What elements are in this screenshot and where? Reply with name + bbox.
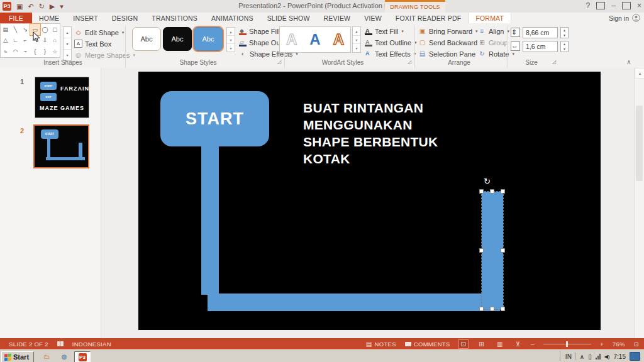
wordart-scroll-down-icon[interactable]: ▾	[353, 35, 360, 44]
shape-star-icon[interactable]: ☆	[50, 46, 60, 57]
collapse-ribbon-icon[interactable]: ∧	[623, 58, 635, 65]
shape-line-icon[interactable]: ╲	[11, 24, 21, 35]
notes-button[interactable]: ▤ NOTES	[366, 341, 396, 348]
text-outline-button[interactable]: A Text Outline ▾	[365, 37, 417, 48]
shape-rounded-rect-icon[interactable]: ▢	[50, 24, 60, 35]
fit-slide-icon[interactable]: ⊡	[634, 341, 639, 348]
shape-triangle-icon[interactable]: △	[1, 35, 11, 47]
shape-width-spinner[interactable]: ▲▼	[560, 41, 569, 52]
shape-width-input[interactable]: 1,6 cm	[523, 41, 558, 52]
shape-height-input[interactable]: 8,66 cm	[523, 27, 558, 38]
comments-button[interactable]: COMMENTS	[405, 341, 450, 348]
shape-arrow-right-icon[interactable]: ⇨	[30, 35, 40, 47]
zoom-in-icon[interactable]: +	[600, 341, 604, 348]
tab-foxit-reader-pdf[interactable]: FOXIT READER PDF	[389, 13, 469, 23]
gallery-scroll-down-icon[interactable]: ▾	[64, 38, 71, 49]
zoom-slider[interactable]	[543, 344, 591, 344]
shape-height-spinner[interactable]: ▲▼	[560, 27, 569, 38]
align-button[interactable]: ≡ Align ▾	[478, 26, 509, 36]
maze-vertical-bar-left[interactable]	[201, 144, 219, 295]
shape-fill-button[interactable]: ◆ Shape Fill ▾	[239, 26, 285, 36]
tab-file[interactable]: FILE	[0, 13, 32, 23]
shape-brace-right-icon[interactable]: }	[40, 46, 50, 57]
group-button[interactable]: ⊞ Group ▾	[478, 37, 513, 48]
scroll-up-icon[interactable]: ▴	[635, 68, 644, 79]
sign-in[interactable]: Sign in	[609, 13, 644, 23]
resize-handle-middle-left[interactable]	[479, 248, 484, 253]
slide-editing-area[interactable]: START BUAT RINTANGAN MENGGUNAKAN SHAPE B…	[138, 72, 601, 330]
start-from-beginning-icon[interactable]: ▶	[50, 2, 55, 11]
shape-rectangle-icon[interactable]: ▭	[30, 24, 40, 35]
slide-instruction-text[interactable]: BUAT RINTANGAN MENGGUNAKAN SHAPE BERBENT…	[303, 99, 438, 167]
bring-forward-button[interactable]: ▣ Bring Forward ▾	[418, 26, 478, 36]
speaker-icon[interactable]: ◀)	[604, 354, 610, 359]
zoom-out-icon[interactable]: –	[531, 341, 535, 348]
shape-arc-icon[interactable]: ◠	[11, 46, 21, 57]
taskbar-browser-icon[interactable]: ◍	[57, 351, 72, 361]
shape-elbow-icon[interactable]: ∟	[11, 35, 21, 47]
resize-handle-bottom-left[interactable]	[479, 307, 484, 311]
size-dialog-launcher-icon[interactable]: ◿	[552, 59, 556, 65]
redo-icon[interactable]: ↻	[39, 2, 45, 11]
save-icon[interactable]: ▣	[16, 2, 23, 11]
shape-styles-scroll-up-icon[interactable]: ▴	[227, 28, 235, 35]
slideshow-view-button[interactable]: ⊻	[514, 340, 523, 348]
gallery-scroll-up-icon[interactable]: ▴	[64, 27, 71, 38]
tab-insert[interactable]: INSERT	[66, 13, 105, 23]
tray-window-icon[interactable]	[630, 352, 640, 361]
start-button[interactable]: Start	[1, 351, 34, 362]
text-effects-button[interactable]: A Text Effects ▾	[365, 48, 416, 59]
spellcheck-icon[interactable]	[57, 341, 64, 346]
close-icon[interactable]: ×	[637, 1, 641, 10]
scrollbar-thumb[interactable]	[636, 106, 643, 181]
resize-handle-top-right[interactable]	[501, 189, 505, 194]
reading-view-button[interactable]: ▥	[495, 340, 505, 348]
send-backward-button[interactable]: ▢ Send Backward ▾	[418, 37, 483, 48]
resize-handle-bottom-right[interactable]	[501, 307, 505, 311]
start-shape[interactable]: START	[160, 91, 269, 146]
shape-scribble-icon[interactable]: ≈	[1, 46, 11, 57]
shape-arrow-icon[interactable]: ↘	[20, 24, 30, 35]
tab-slide-show[interactable]: SLIDE SHOW	[260, 13, 317, 23]
zoom-level[interactable]: 76%	[613, 341, 625, 348]
restore-icon[interactable]	[622, 2, 631, 9]
vertical-scrollbar[interactable]: ▴	[634, 68, 644, 338]
shape-textbox-icon[interactable]: ▤	[1, 24, 11, 35]
wordart-style-2[interactable]: A	[309, 32, 320, 47]
maze-right-bar-selected[interactable]	[482, 192, 503, 309]
rotate-handle[interactable]: ↻	[484, 177, 491, 185]
shape-arrow-down-icon[interactable]: ⇩	[40, 35, 50, 47]
minimize-icon[interactable]: –	[611, 1, 616, 10]
wordart-dialog-launcher-icon[interactable]: ◿	[408, 59, 411, 65]
shape-brace-left-icon[interactable]: {	[30, 46, 40, 57]
undo-icon[interactable]: ↶	[28, 2, 33, 11]
tab-format[interactable]: FORMAT	[468, 13, 511, 23]
taskbar-folder-icon[interactable]: 🗀	[39, 351, 54, 361]
rotate-button[interactable]: ↻ Rotate ▾	[478, 48, 514, 59]
text-box-button[interactable]: A Text Box	[74, 38, 111, 49]
tab-design[interactable]: DESIGN	[105, 13, 145, 23]
shape-style-2[interactable]: Abc	[163, 27, 192, 51]
shape-styles-scroll-down-icon[interactable]: ▾	[227, 35, 235, 43]
maze-horizontal-bar[interactable]	[208, 293, 500, 311]
shape-freeform-icon[interactable]: ⌐	[20, 35, 30, 47]
wordart-style-1[interactable]: A	[286, 32, 297, 47]
selection-pane-button[interactable]: ▤ Selection Pane	[418, 48, 475, 59]
wordart-scroll-up-icon[interactable]: ▴	[353, 27, 360, 35]
network-signal-icon[interactable]	[596, 354, 601, 359]
normal-view-button[interactable]: ⊡	[459, 340, 469, 348]
wordart-style-3[interactable]: A	[333, 32, 344, 47]
shape-curve-icon[interactable]: ~	[20, 46, 30, 57]
customize-qat-icon[interactable]: ▾	[60, 2, 64, 11]
shape-style-1[interactable]: Abc	[132, 27, 161, 51]
resize-handle-top-left[interactable]	[479, 189, 484, 194]
slide-sorter-view-button[interactable]: ⊞	[477, 340, 486, 348]
resize-handle-bottom-middle[interactable]	[490, 307, 494, 311]
language-indicator[interactable]: INDONESIAN	[72, 341, 111, 348]
tab-animations[interactable]: ANIMATIONS	[204, 13, 260, 23]
slide-2-thumbnail-selected[interactable]: START	[33, 124, 89, 168]
tab-review[interactable]: REVIEW	[317, 13, 358, 23]
ribbon-display-options-icon[interactable]	[596, 2, 605, 9]
resize-handle-top-middle[interactable]	[490, 189, 494, 194]
hidden-icons-chevron-icon[interactable]: ∧	[580, 353, 584, 360]
